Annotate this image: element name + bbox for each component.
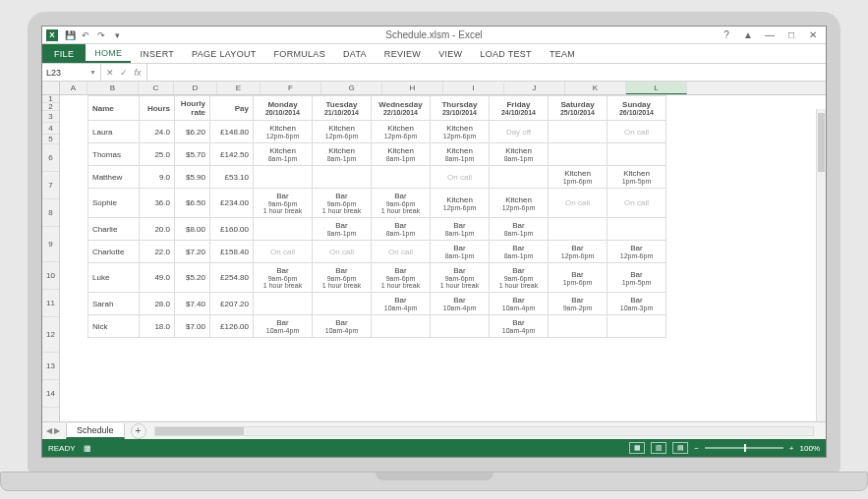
- cell-shift[interactable]: On call: [254, 241, 313, 263]
- cell-shift[interactable]: Kitchen12pm-6pm: [431, 189, 490, 218]
- column-header-D[interactable]: D: [174, 82, 217, 94]
- cell-shift[interactable]: Kitchen12pm-6pm: [313, 121, 372, 143]
- cell-rate[interactable]: $5.90: [175, 166, 210, 189]
- cell-shift[interactable]: On call: [608, 189, 666, 218]
- maximize-button[interactable]: □: [782, 28, 800, 42]
- cell-rate[interactable]: $7.40: [175, 293, 210, 315]
- row-header-6[interactable]: 6: [42, 144, 59, 172]
- cell-shift[interactable]: [608, 218, 666, 241]
- cell-rate[interactable]: $7.20: [175, 241, 210, 263]
- cell-shift[interactable]: Kitchen12pm-6pm: [431, 121, 490, 143]
- column-header-H[interactable]: H: [382, 82, 443, 94]
- cell-shift[interactable]: Bar9am-6pm1 hour break: [254, 189, 313, 218]
- cell-shift[interactable]: Bar9am-2pm: [549, 293, 608, 315]
- cell-name[interactable]: Matthew: [88, 166, 140, 189]
- zoom-slider[interactable]: [705, 447, 783, 449]
- cell-shift[interactable]: Bar8am-1pm: [313, 218, 372, 241]
- cell-shift[interactable]: Kitchen12pm-6pm: [254, 121, 313, 143]
- cell-shift[interactable]: Bar8am-1pm: [431, 218, 490, 241]
- row-header-14[interactable]: 14: [42, 380, 59, 408]
- cell-hours[interactable]: 49.0: [140, 263, 175, 293]
- cell-name[interactable]: Thomas: [88, 143, 140, 166]
- cell-shift[interactable]: On call: [549, 189, 608, 218]
- minimize-button[interactable]: —: [761, 28, 779, 42]
- cell-shift[interactable]: [254, 293, 313, 315]
- cell-pay[interactable]: £53.10: [210, 166, 254, 189]
- macro-record-icon[interactable]: ▦: [84, 444, 91, 453]
- cell-rate[interactable]: $8.00: [175, 218, 210, 241]
- fx-button[interactable]: fx: [131, 68, 145, 78]
- cell-shift[interactable]: On call: [372, 241, 431, 263]
- column-header-F[interactable]: F: [260, 82, 321, 94]
- cell-shift[interactable]: On call: [313, 241, 372, 263]
- column-header-J[interactable]: J: [504, 82, 565, 94]
- cell-shift[interactable]: Bar9am-6pm1 hour break: [431, 263, 490, 293]
- cell-shift[interactable]: [372, 166, 431, 189]
- column-header-C[interactable]: C: [139, 82, 174, 94]
- cell-rate[interactable]: $7.00: [175, 315, 210, 338]
- cell-shift[interactable]: Bar8am-1pm: [431, 241, 490, 263]
- cell-shift[interactable]: [254, 166, 313, 189]
- cell-rate[interactable]: $6.20: [175, 121, 210, 143]
- cell-shift[interactable]: [549, 315, 608, 338]
- zoom-in-button[interactable]: +: [789, 444, 794, 453]
- zoom-level[interactable]: 100%: [800, 444, 820, 453]
- help-button[interactable]: ?: [718, 28, 735, 42]
- cell-pay[interactable]: £158.40: [210, 241, 254, 263]
- grid[interactable]: NameHoursHourly ratePayMonday20/10/2014T…: [60, 95, 826, 421]
- qat-dropdown-icon[interactable]: ▾: [109, 28, 125, 42]
- row-header-10[interactable]: 10: [42, 262, 59, 290]
- cell-shift[interactable]: [549, 121, 608, 143]
- undo-button[interactable]: ↶: [78, 28, 93, 42]
- page-break-view-button[interactable]: ▤: [672, 442, 688, 454]
- tab-review[interactable]: REVIEW: [376, 44, 430, 63]
- normal-view-button[interactable]: ▦: [629, 442, 645, 454]
- ribbon-toggle-button[interactable]: ▲: [739, 28, 757, 42]
- cell-shift[interactable]: Bar10am-4pm: [431, 293, 490, 315]
- cell-shift[interactable]: Kitchen8am-1pm: [372, 143, 431, 166]
- cell-shift[interactable]: [549, 143, 608, 166]
- cell-shift[interactable]: Bar10am-4pm: [313, 315, 372, 338]
- tab-insert[interactable]: INSERT: [131, 44, 183, 63]
- row-header-5[interactable]: 5: [42, 135, 59, 144]
- cell-shift[interactable]: Kitchen8am-1pm: [431, 143, 490, 166]
- cell-name[interactable]: Sophie: [88, 189, 140, 218]
- cell-hours[interactable]: 18.0: [140, 315, 175, 338]
- cell-rate[interactable]: $6.50: [175, 189, 210, 218]
- row-header-8[interactable]: 8: [42, 199, 59, 227]
- cell-shift[interactable]: [608, 315, 666, 338]
- tab-load-test[interactable]: LOAD TEST: [471, 44, 541, 63]
- save-button[interactable]: 💾: [62, 28, 78, 42]
- row-header-11[interactable]: 11: [42, 290, 59, 317]
- cell-shift[interactable]: Bar9am-6pm1 hour break: [313, 263, 372, 293]
- sheet-nav-next-icon[interactable]: ▶: [54, 426, 60, 435]
- cell-shift[interactable]: [549, 218, 608, 241]
- tab-team[interactable]: TEAM: [541, 44, 584, 63]
- tab-formulas[interactable]: FORMULAS: [265, 44, 334, 63]
- row-header-9[interactable]: 9: [42, 227, 59, 262]
- cell-shift[interactable]: Bar9am-6pm1 hour break: [254, 263, 313, 293]
- formula-input[interactable]: [147, 64, 826, 81]
- column-header-I[interactable]: I: [443, 82, 504, 94]
- cell-hours[interactable]: 9.0: [140, 166, 175, 189]
- cell-shift[interactable]: Bar8am-1pm: [490, 218, 549, 241]
- tab-home[interactable]: HOME: [86, 44, 131, 63]
- cell-shift[interactable]: Bar9am-6pm1 hour break: [372, 263, 431, 293]
- sheet-tab-schedule[interactable]: Schedule: [66, 423, 125, 439]
- cell-shift[interactable]: Bar1pm-6pm: [549, 263, 608, 293]
- cell-pay[interactable]: £126.00: [210, 315, 254, 338]
- enter-formula-button[interactable]: ✓: [117, 68, 131, 78]
- cell-hours[interactable]: 24.0: [140, 121, 175, 143]
- cell-pay[interactable]: £160.00: [210, 218, 254, 241]
- cell-shift[interactable]: Bar12pm-6pm: [549, 241, 608, 263]
- column-header-K[interactable]: K: [565, 82, 626, 94]
- redo-button[interactable]: ↷: [93, 28, 109, 42]
- cell-shift[interactable]: Bar10am-4pm: [372, 293, 431, 315]
- cell-hours[interactable]: 20.0: [140, 218, 175, 241]
- column-header-G[interactable]: G: [321, 82, 382, 94]
- tab-view[interactable]: VIEW: [430, 44, 471, 63]
- cell-name[interactable]: Luke: [88, 263, 140, 293]
- cell-shift[interactable]: Kitchen1pm-6pm: [549, 166, 608, 189]
- cell-shift[interactable]: Bar9am-6pm1 hour break: [313, 189, 372, 218]
- cell-shift[interactable]: Kitchen12pm-6pm: [490, 189, 549, 218]
